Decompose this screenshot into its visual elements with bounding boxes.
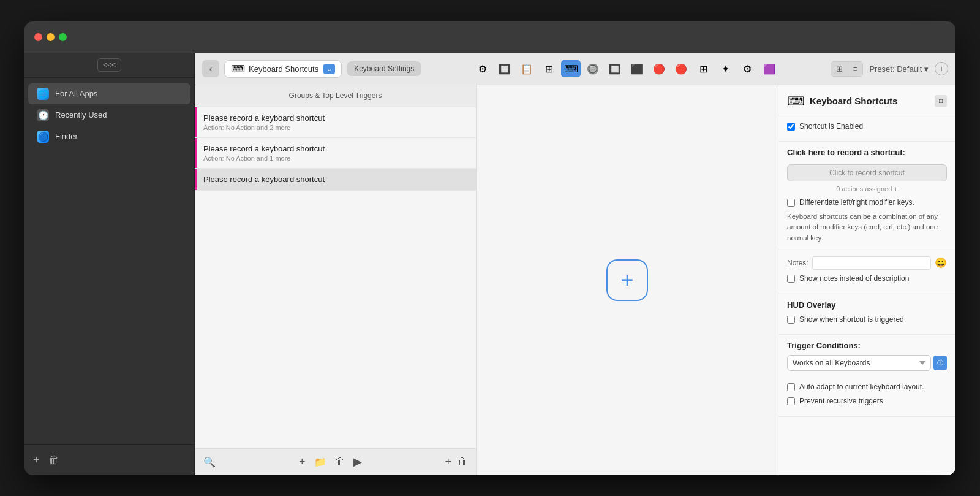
group-item-accent-2 — [195, 138, 197, 168]
footer-actions: + 📁 🗑 ▶ — [299, 455, 362, 468]
notes-input[interactable] — [812, 256, 931, 270]
sidebar-nav-button[interactable]: <<< — [97, 58, 121, 72]
toolbar-icon-btn-4[interactable]: ⊞ — [539, 60, 559, 77]
group-item-title-1: Please record a keyboard shortcut — [203, 113, 467, 123]
works-on-dropdown[interactable]: Works on all Keyboards — [787, 355, 931, 371]
works-on-info-button[interactable]: ⓘ — [933, 356, 947, 370]
auto-adapt-checkbox[interactable] — [787, 383, 795, 391]
toolbar-icon-btn-keyboard[interactable]: ⌨ — [561, 60, 581, 77]
toolbar-icon-btn-11[interactable]: ✦ — [715, 60, 735, 77]
groups-list: Please record a keyboard shortcut Action… — [195, 107, 476, 448]
add-group-button[interactable]: + — [299, 456, 306, 468]
traffic-lights — [34, 33, 67, 41]
content-area: ‹ ⌨ Keyboard Shortcuts ⌄ Keyboard Settin… — [195, 53, 956, 475]
add-trigger-large-button[interactable]: + — [606, 259, 648, 301]
show-notes-row: Show notes instead of description — [787, 273, 947, 284]
sidebar-delete-button[interactable]: 🗑 — [48, 454, 59, 467]
right-panel-title: Keyboard Shortcuts — [810, 96, 897, 106]
shortcut-enabled-label: Shortcut is Enabled — [799, 121, 863, 132]
group-item-3[interactable]: Please record a keyboard shortcut — [195, 169, 476, 191]
works-on-dropdown-row: Works on all Keyboards ⓘ — [787, 355, 947, 371]
toolbar-icon-btn-9[interactable]: 🔴 — [671, 60, 691, 77]
prevent-recursive-label: Prevent recursive triggers — [799, 396, 883, 406]
right-panel-header: ⌨ Keyboard Shortcuts □ — [778, 85, 956, 115]
record-shortcut-button[interactable]: Click to record shortcut — [787, 164, 947, 181]
sidebar-top: <<< — [24, 53, 194, 78]
toolbar-icon-btn-3[interactable]: 📋 — [517, 60, 537, 77]
toolbar-icon-btn-7[interactable]: ⬛ — [627, 60, 647, 77]
differentiate-keys-checkbox[interactable] — [787, 199, 795, 207]
back-icon: ‹ — [209, 64, 213, 74]
notes-row: Notes: 😀 — [787, 256, 947, 270]
keyboard-settings-button[interactable]: Keyboard Settings — [347, 61, 421, 76]
sidebar-add-button[interactable]: + — [33, 454, 40, 467]
right-panel-corner-button[interactable]: □ — [935, 95, 947, 107]
shortcut-enabled-row: Shortcut is Enabled — [787, 121, 947, 132]
sidebar-bottom: + 🗑 — [24, 444, 194, 475]
back-button[interactable]: ‹ — [202, 60, 219, 77]
prevent-recursive-checkbox[interactable] — [787, 397, 795, 405]
notes-section: Notes: 😀 Show notes instead of descripti… — [778, 250, 956, 294]
toolbar-icon-btn-12[interactable]: ⚙ — [737, 60, 757, 77]
group-item-1[interactable]: Please record a keyboard shortcut Action… — [195, 107, 476, 138]
show-hud-checkbox[interactable] — [787, 316, 795, 324]
main-layout: <<< 🌐 For All Apps 🕐 Recently Used 🔵 Fin… — [24, 53, 956, 475]
shortcut-enabled-section: Shortcut is Enabled — [778, 115, 956, 142]
close-button[interactable] — [34, 33, 42, 41]
show-hud-row: Show when shortcut is triggered — [787, 315, 947, 325]
group-item-sub-1: Action: No Action and 2 more — [203, 124, 467, 131]
toolbar-icon-btn-13[interactable]: 🟪 — [760, 60, 779, 77]
search-icon[interactable]: 🔍 — [203, 456, 216, 468]
toolbar-icon-btn-6[interactable]: 🔲 — [605, 60, 625, 77]
delete-trigger-button-footer[interactable]: 🗑 — [458, 456, 467, 468]
right-panel: ⌨ Keyboard Shortcuts □ Shortcut is Enabl… — [778, 85, 956, 475]
hud-overlay-section: HUD Overlay Show when shortcut is trigge… — [778, 294, 956, 335]
sidebar-item-for-all-apps[interactable]: 🌐 For All Apps — [28, 83, 190, 104]
recently-used-icon: 🕐 — [37, 109, 49, 121]
groups-panel-footer: 🔍 + 📁 🗑 ▶ + 🗑 — [195, 448, 476, 475]
delete-group-button[interactable]: 🗑 — [335, 456, 345, 467]
sidebar-item-finder[interactable]: 🔵 Finder — [28, 126, 190, 147]
add-trigger-icon: + — [620, 267, 633, 293]
show-notes-checkbox[interactable] — [787, 275, 795, 283]
toolbar-icon-btn-10[interactable]: ⊞ — [693, 60, 713, 77]
toolbar-icon-btn-1[interactable]: ⚙ — [473, 60, 492, 77]
prevent-recursive-row: Prevent recursive triggers — [787, 396, 947, 406]
auto-adapt-label: Auto adapt to current keyboard layout. — [799, 382, 924, 392]
differentiate-keys-row: Differentiate left/right modifier keys. — [787, 197, 947, 208]
show-notes-label: Show notes instead of description — [799, 273, 909, 284]
toolbar-icon-btn-5[interactable]: 🔘 — [583, 60, 603, 77]
toolbar-dropdown-button[interactable]: ⌄ — [323, 64, 335, 74]
sidebar-item-recently-used[interactable]: 🕐 Recently Used — [28, 105, 190, 126]
panels: Groups & Top Level Triggers Please recor… — [195, 85, 956, 475]
actions-assigned-label[interactable]: 0 actions assigned + — [787, 185, 947, 193]
shortcut-description: Keyboard shortcuts can be a combination … — [787, 212, 947, 243]
preset-label[interactable]: Preset: Default ▾ — [869, 64, 929, 74]
group-item-accent-3 — [195, 169, 197, 190]
info-button[interactable]: i — [935, 62, 948, 75]
toolbar-title-text: Keyboard Shortcuts — [249, 64, 318, 74]
differentiate-keys-label: Differentiate left/right modifier keys. — [799, 197, 914, 208]
group-item-sub-2: Action: No Action and 1 more — [203, 155, 467, 162]
toolbar-icon-btn-8[interactable]: 🔴 — [649, 60, 669, 77]
middle-panel: + — [477, 85, 778, 475]
groups-panel-header: Groups & Top Level Triggers — [195, 85, 476, 107]
list-view-button[interactable]: ≡ — [848, 62, 863, 76]
trigger-conditions-section: Trigger Conditions: Works on all Keyboar… — [778, 335, 956, 417]
toolbar-icon-btn-2[interactable]: 🔲 — [495, 60, 514, 77]
folder-button[interactable]: 📁 — [314, 456, 326, 468]
right-panel-keyboard-icon: ⌨ — [787, 94, 805, 109]
hud-overlay-title: HUD Overlay — [787, 300, 947, 310]
sidebar-items-list: 🌐 For All Apps 🕐 Recently Used 🔵 Finder — [24, 78, 194, 444]
minimize-button[interactable] — [47, 33, 55, 41]
add-trigger-button-footer[interactable]: + — [445, 456, 451, 468]
grid-view-button[interactable]: ⊞ — [831, 62, 848, 76]
finder-label: Finder — [55, 132, 78, 141]
fullscreen-button[interactable] — [59, 33, 67, 41]
keyboard-icon: ⌨ — [231, 63, 245, 75]
groups-header-text: Groups & Top Level Triggers — [289, 91, 382, 100]
toolbar-icon-group: ⚙ 🔲 📋 ⊞ ⌨ 🔘 🔲 ⬛ 🔴 🔴 ⊞ ✦ ⚙ 🟪 — [426, 60, 826, 77]
group-item-2[interactable]: Please record a keyboard shortcut Action… — [195, 138, 476, 169]
shortcut-enabled-checkbox[interactable] — [787, 123, 795, 131]
play-button[interactable]: ▶ — [353, 455, 362, 468]
